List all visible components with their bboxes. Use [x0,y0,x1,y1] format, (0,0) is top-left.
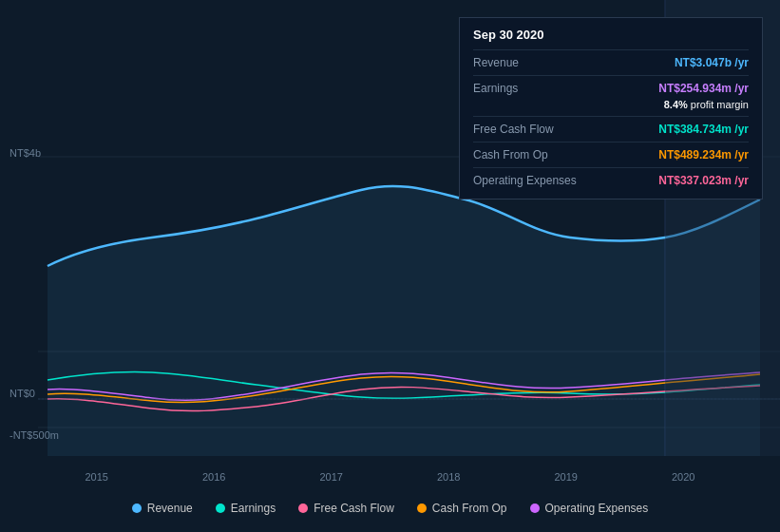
legend-cashfromop-label: Cash From Op [432,502,507,515]
legend-fcf-dot [298,504,308,513]
tooltip-opex-value: NT$337.023m /yr [658,174,749,187]
legend-cashfromop-dot [417,504,427,513]
tooltip-fcf-label: Free Cash Flow [473,123,597,136]
legend-opex-label: Operating Expenses [545,502,649,515]
x-label-2020: 2020 [672,471,694,483]
legend-earnings-dot [216,504,225,513]
y-label-neg500m: -NT$500m [10,429,59,441]
data-tooltip: Sep 30 2020 Revenue NT$3.047b /yr Earnin… [459,17,763,200]
tooltip-earnings-sub-row: 8.4% profit margin [473,97,749,112]
x-axis-labels: 2015 2016 2017 2018 2019 2020 [0,471,780,483]
x-label-2015: 2015 [86,471,108,483]
legend-fcf[interactable]: Free Cash Flow [298,502,394,515]
tooltip-fcf-value: NT$384.734m /yr [658,123,749,136]
x-label-2019: 2019 [555,471,578,483]
tooltip-cashfromop-value: NT$489.234m /yr [658,148,749,162]
tooltip-earnings-value: NT$254.934m /yr [658,82,749,95]
tooltip-revenue-label: Revenue [473,56,597,69]
tooltip-fcf-row: Free Cash Flow NT$384.734m /yr [473,121,749,138]
legend-opex[interactable]: Operating Expenses [530,502,649,515]
tooltip-cashfromop-label: Cash From Op [473,148,597,162]
x-label-2016: 2016 [202,471,225,483]
y-label-0: NT$0 [10,388,35,399]
x-label-2017: 2017 [320,471,343,483]
tooltip-earnings-margin: 8.4% profit margin [664,99,749,110]
legend-cashfromop[interactable]: Cash From Op [417,502,507,515]
legend-fcf-label: Free Cash Flow [314,502,394,515]
legend-earnings-label: Earnings [231,502,276,515]
tooltip-cashfromop-row: Cash From Op NT$489.234m /yr [473,146,749,163]
x-label-2018: 2018 [437,471,460,483]
tooltip-earnings-label: Earnings [473,82,597,95]
tooltip-opex-label: Operating Expenses [473,174,597,187]
legend-revenue-label: Revenue [147,502,193,515]
legend-earnings[interactable]: Earnings [216,502,276,515]
tooltip-date: Sep 30 2020 [473,28,749,42]
legend-opex-dot [530,504,540,513]
tooltip-revenue-value: NT$3.047b /yr [675,56,749,69]
y-label-4b: NT$4b [10,147,41,159]
tooltip-revenue-row: Revenue NT$3.047b /yr [473,54,749,71]
chart-legend: Revenue Earnings Free Cash Flow Cash Fro… [0,502,780,515]
tooltip-earnings-row: Earnings NT$254.934m /yr [473,80,749,97]
tooltip-opex-row: Operating Expenses NT$337.023m /yr [473,172,749,189]
legend-revenue[interactable]: Revenue [132,502,193,515]
legend-revenue-dot [132,504,142,513]
